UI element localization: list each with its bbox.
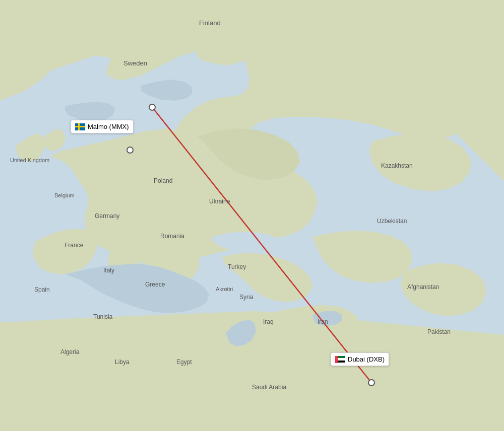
malmo-airport-dot bbox=[149, 104, 155, 110]
map-container: Finland Sweden United Kingdom Belgium Ge… bbox=[0, 0, 504, 431]
svg-point-1 bbox=[339, 184, 357, 219]
malmo-label-dot bbox=[127, 147, 133, 153]
dubai-airport-dot bbox=[368, 380, 374, 386]
